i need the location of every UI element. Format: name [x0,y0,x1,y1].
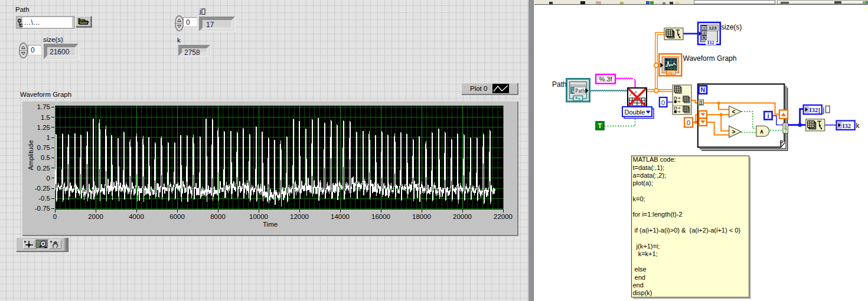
svg-text:<: < [732,109,736,115]
svg-text:plot(a);: plot(a); [633,179,653,187]
svg-text:Path: Path [575,88,585,94]
svg-text:if (a(i+1)-a(i)>0) & (a(i+2)-: if (a(i+1)-a(i)>0) & (a(i+2)-a(i+1) < 0) [633,227,740,234]
svg-text:?: ? [784,127,787,133]
svg-text:0: 0 [53,213,57,220]
svg-text:0: 0 [687,119,690,126]
svg-text:Path: Path [552,80,567,89]
svg-text:2000: 2000 [88,213,103,220]
svg-text:Waveform Graph: Waveform Graph [683,54,737,63]
svg-text:disp(k): disp(k) [633,289,652,296]
svg-text:end: end [633,282,644,289]
svg-text:I32: I32 [843,123,851,129]
svg-text:N: N [701,86,706,93]
svg-text:i: i [767,112,769,119]
svg-text:1.25: 1.25 [37,124,50,131]
svg-text:16000: 16000 [371,213,390,220]
svg-text:[]: [] [699,100,702,105]
svg-text:k: k [703,35,705,40]
svg-text:I32]: I32] [810,107,820,113]
svg-text:DBL: DBL [667,71,676,75]
svg-text:0: 0 [47,175,50,182]
svg-text:j(k+1)=i;: j(k+1)=i; [633,243,660,250]
svg-text:i: i [703,26,704,30]
svg-text:1: 1 [47,134,50,141]
svg-text:j: j [703,31,704,35]
svg-text:14000: 14000 [331,213,350,220]
svg-text:MATLAB code:: MATLAB code: [633,156,676,163]
svg-text:for i=1:length(t)-2: for i=1:length(t)-2 [633,211,683,218]
svg-text:k=0;: k=0; [633,195,645,202]
svg-text:123: 123 [709,25,717,31]
svg-text:end: end [633,274,645,281]
svg-text:a=data(:,2);: a=data(:,2); [633,172,667,179]
svg-text:size(s): size(s) [721,23,742,31]
svg-text:0.25: 0.25 [37,165,50,172]
svg-text:t=data(:,1);: t=data(:,1); [633,164,665,171]
svg-text:-0.75: -0.75 [35,205,50,212]
svg-text:12000: 12000 [290,213,309,220]
svg-text:22000: 22000 [494,213,513,220]
svg-text:>: > [732,129,736,135]
svg-text:0.75: 0.75 [37,144,50,151]
svg-text:Double: Double [625,109,645,116]
svg-text:8000: 8000 [210,213,226,220]
svg-text:4000: 4000 [129,213,144,220]
svg-text:0.5: 0.5 [41,154,50,161]
svg-text:0: 0 [661,99,665,106]
svg-text:-0.5: -0.5 [38,195,50,202]
svg-text:k=k+1;: k=k+1; [633,250,658,257]
svg-text:-0.25: -0.25 [35,185,50,192]
svg-text:18000: 18000 [412,213,431,220]
svg-text:k: k [856,122,860,130]
svg-text:I32: I32 [707,40,714,45]
svg-text:10000: 10000 [249,213,268,220]
svg-text:else: else [633,266,647,273]
svg-text:6000: 6000 [169,213,185,220]
svg-text:%.3f: %.3f [599,76,612,83]
svg-text:1.5: 1.5 [41,114,50,121]
svg-text:1.75: 1.75 [37,103,50,110]
svg-text:∧: ∧ [760,128,764,135]
svg-text:j: j [823,106,825,114]
svg-text:T: T [598,122,602,129]
svg-text:20000: 20000 [453,213,472,220]
